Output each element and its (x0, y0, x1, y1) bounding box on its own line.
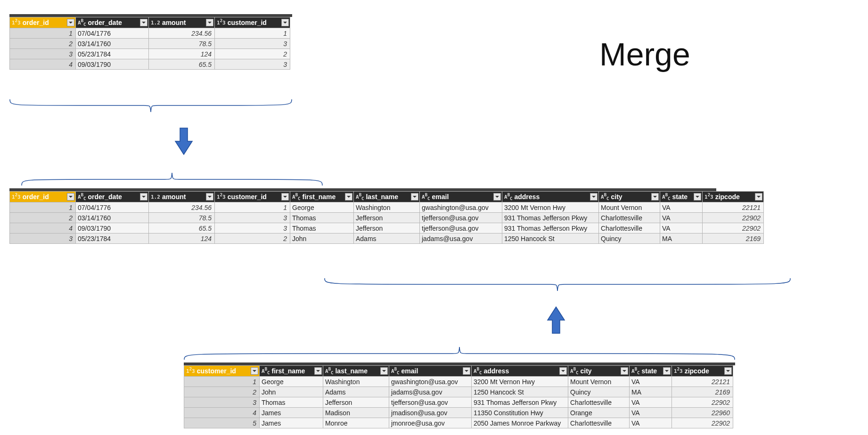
column-filter-order_id[interactable] (67, 193, 74, 201)
cell-customer_id[interactable]: 4 (184, 408, 260, 418)
cell-address[interactable]: 1250 Hancock St (502, 234, 599, 244)
cell-order_date[interactable]: 05/23/1784 (76, 234, 149, 244)
cell-customer_id[interactable]: 2 (184, 387, 260, 397)
cell-address[interactable]: 931 Thomas Jefferson Pkwy (502, 213, 599, 223)
cell-zipcode[interactable]: 22960 (672, 408, 733, 418)
cell-first_name[interactable]: Thomas (290, 213, 354, 223)
cell-customer_id[interactable]: 3 (184, 397, 260, 408)
column-header-customer_id[interactable]: 123customer_id (215, 192, 290, 202)
column-header-first_name[interactable]: ABCfirst_name (290, 192, 354, 202)
column-filter-customer_id[interactable] (281, 19, 289, 26)
cell-email[interactable]: jadams@usa.gov (420, 234, 502, 244)
cell-first_name[interactable]: John (260, 387, 323, 397)
cell-email[interactable]: tjefferson@usa.gov (389, 397, 472, 408)
table-row[interactable]: 203/14/176078.53 (10, 39, 290, 49)
cell-state[interactable]: VA (630, 377, 672, 387)
column-header-order_date[interactable]: ABCorder_date (76, 192, 149, 202)
column-header-order_id[interactable]: 123order_id (10, 192, 76, 202)
cell-zipcode[interactable]: 2169 (672, 387, 733, 397)
column-filter-amount[interactable] (206, 19, 213, 26)
cell-address[interactable]: 1250 Hancock St (472, 387, 568, 397)
cell-customer_id[interactable]: 1 (215, 28, 290, 39)
cell-order_id[interactable]: 2 (10, 213, 76, 223)
cell-last_name[interactable]: Washington (354, 202, 420, 213)
cell-last_name[interactable]: Jefferson (323, 397, 389, 408)
cell-city[interactable]: Quincy (599, 234, 660, 244)
column-filter-order_id[interactable] (67, 19, 74, 26)
cell-order_date[interactable]: 09/03/1790 (76, 223, 149, 234)
table-row[interactable]: 3ThomasJeffersontjefferson@usa.gov931 Th… (184, 397, 733, 408)
cell-order_date[interactable]: 07/04/1776 (76, 28, 149, 39)
cell-customer_id[interactable]: 2 (215, 49, 290, 59)
cell-first_name[interactable]: George (290, 202, 354, 213)
column-filter-first_name[interactable] (314, 367, 322, 375)
column-filter-address[interactable] (590, 193, 598, 201)
column-header-zipcode[interactable]: 123zipcode (703, 192, 764, 202)
column-filter-last_name[interactable] (380, 367, 388, 375)
cell-city[interactable]: Mount Vernon (599, 202, 660, 213)
column-filter-state[interactable] (694, 193, 701, 201)
cell-address[interactable]: 11350 Constitution Hwy (472, 408, 568, 418)
cell-city[interactable]: Charlottesville (599, 223, 660, 234)
cell-address[interactable]: 2050 James Monroe Parkway (472, 418, 568, 428)
cell-last_name[interactable]: Washington (323, 377, 389, 387)
cell-order_date[interactable]: 05/23/1784 (76, 49, 149, 59)
column-filter-city[interactable] (621, 367, 628, 375)
column-filter-zipcode[interactable] (755, 193, 762, 201)
cell-email[interactable]: jadams@usa.gov (389, 387, 472, 397)
column-header-state[interactable]: ABCstate (660, 192, 703, 202)
cell-customer_id[interactable]: 1 (184, 377, 260, 387)
cell-state[interactable]: VA (630, 397, 672, 408)
cell-customer_id[interactable]: 5 (184, 418, 260, 428)
column-filter-order_date[interactable] (140, 19, 147, 26)
cell-last_name[interactable]: Monroe (323, 418, 389, 428)
column-filter-zipcode[interactable] (724, 367, 732, 375)
column-header-state[interactable]: ABCstate (630, 366, 672, 377)
cell-zipcode[interactable]: 22902 (672, 397, 733, 408)
cell-amount[interactable]: 65.5 (149, 59, 215, 70)
cell-customer_id[interactable]: 3 (215, 213, 290, 223)
cell-last_name[interactable]: Madison (323, 408, 389, 418)
cell-customer_id[interactable]: 2 (215, 234, 290, 244)
cell-city[interactable]: Charlottesville (568, 418, 630, 428)
column-filter-order_date[interactable] (140, 193, 147, 201)
cell-order_id[interactable]: 3 (10, 49, 76, 59)
cell-customer_id[interactable]: 3 (215, 59, 290, 70)
column-header-first_name[interactable]: ABCfirst_name (260, 366, 323, 377)
cell-email[interactable]: gwashington@usa.gov (420, 202, 502, 213)
column-filter-email[interactable] (493, 193, 501, 201)
cell-zipcode[interactable]: 22121 (672, 377, 733, 387)
cell-order_id[interactable]: 1 (10, 28, 76, 39)
column-header-city[interactable]: ABCcity (568, 366, 630, 377)
cell-state[interactable]: VA (660, 213, 703, 223)
cell-amount[interactable]: 234.56 (149, 28, 215, 39)
cell-first_name[interactable]: James (260, 418, 323, 428)
cell-zipcode[interactable]: 2169 (703, 234, 764, 244)
cell-city[interactable]: Orange (568, 408, 630, 418)
cell-first_name[interactable]: John (290, 234, 354, 244)
cell-zipcode[interactable]: 22902 (703, 213, 764, 223)
cell-email[interactable]: tjefferson@usa.gov (420, 213, 502, 223)
column-header-email[interactable]: ABCemail (389, 366, 472, 377)
cell-zipcode[interactable]: 22121 (703, 202, 764, 213)
column-filter-customer_id[interactable] (251, 367, 258, 375)
column-filter-last_name[interactable] (411, 193, 418, 201)
cell-amount[interactable]: 124 (149, 49, 215, 59)
column-header-email[interactable]: ABCemail (420, 192, 502, 202)
cell-first_name[interactable]: Thomas (260, 397, 323, 408)
table-row[interactable]: 305/23/17841242 (10, 49, 290, 59)
cell-email[interactable]: gwashington@usa.gov (389, 377, 472, 387)
cell-state[interactable]: MA (630, 387, 672, 397)
cell-address[interactable]: 931 Thomas Jefferson Pkwy (472, 397, 568, 408)
cell-last_name[interactable]: Adams (354, 234, 420, 244)
cell-city[interactable]: Charlottesville (599, 213, 660, 223)
table-row[interactable]: 2JohnAdamsjadams@usa.gov1250 Hancock StQ… (184, 387, 733, 397)
cell-order_id[interactable]: 2 (10, 39, 76, 49)
cell-amount[interactable]: 234.56 (149, 202, 215, 213)
table-row[interactable]: 107/04/1776234.561GeorgeWashingtongwashi… (10, 202, 764, 213)
column-filter-customer_id[interactable] (281, 193, 289, 201)
cell-zipcode[interactable]: 22902 (703, 223, 764, 234)
cell-state[interactable]: VA (660, 223, 703, 234)
cell-first_name[interactable]: Thomas (290, 223, 354, 234)
column-header-zipcode[interactable]: 123zipcode (672, 366, 733, 377)
